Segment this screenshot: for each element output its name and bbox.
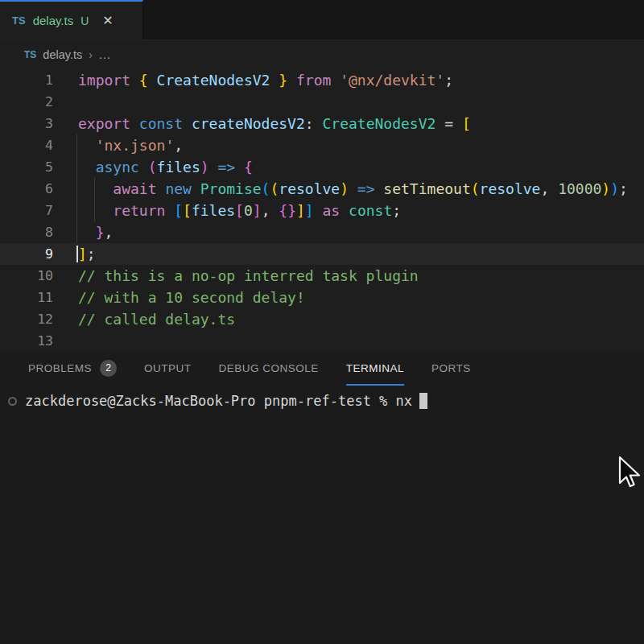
line-number[interactable]: 11 xyxy=(0,287,53,308)
code-token: {} xyxy=(279,202,296,219)
code-line-content: // called delay.ts xyxy=(53,308,235,330)
panel-tab-label: PROBLEMS xyxy=(28,362,92,374)
code-token: , xyxy=(174,137,183,154)
code-token: CreateNodesV2 xyxy=(322,115,436,132)
code-line-content: await new Promise((resolve) => setTimeou… xyxy=(53,178,628,200)
editor-tab-bar: TS delay.ts U ✕ xyxy=(0,0,644,40)
line-number[interactable]: 12 xyxy=(0,308,53,330)
panel-tab-problems[interactable]: PROBLEMS2 xyxy=(28,352,117,386)
code-token: CreateNodesV2 xyxy=(157,72,270,89)
code-token: const xyxy=(349,202,392,219)
code-line-6[interactable]: 6 await new Promise((resolve) => setTime… xyxy=(0,178,644,200)
code-line-content xyxy=(53,91,78,113)
code-token xyxy=(78,202,113,219)
code-line-content: // this is a no-op interred task plugin xyxy=(53,265,419,287)
code-token: return xyxy=(113,202,174,219)
indent-guide xyxy=(76,156,77,178)
panel-tab-ports[interactable]: PORTS xyxy=(431,352,471,386)
code-line-10[interactable]: 10// this is a no-op interred task plugi… xyxy=(0,265,644,287)
tab-delay-ts[interactable]: TS delay.ts U ✕ xyxy=(0,0,143,39)
code-token: ) xyxy=(340,180,349,197)
code-token: , xyxy=(540,180,558,197)
line-number[interactable]: 13 xyxy=(0,330,53,352)
line-number[interactable]: 5 xyxy=(0,156,53,178)
code-token: ] xyxy=(78,246,87,262)
code-token xyxy=(78,224,96,241)
code-line-content: ]; xyxy=(53,243,96,265)
panel-tab-output[interactable]: OUTPUT xyxy=(144,352,192,386)
terminal-prompt: zackderose@Zacks-MacBook-Pro pnpm-ref-te… xyxy=(25,393,412,409)
code-token: ) xyxy=(610,180,619,197)
code-editor[interactable]: 1import { CreateNodesV2 } from '@nx/devk… xyxy=(0,69,644,352)
code-token: ( xyxy=(471,180,480,197)
code-line-4[interactable]: 4 'nx.json', xyxy=(0,134,644,156)
breadcrumb-file-name[interactable]: delay.ts xyxy=(43,48,82,61)
tab-file-name: delay.ts xyxy=(33,14,74,27)
code-line-2[interactable]: 2 xyxy=(0,91,644,113)
breadcrumb[interactable]: TS delay.ts › ... xyxy=(0,40,644,69)
code-line-9[interactable]: 9]; xyxy=(0,243,644,265)
code-token: ( xyxy=(262,180,270,197)
code-token: ] xyxy=(253,202,262,219)
code-line-13[interactable]: 13 xyxy=(0,330,644,352)
code-token: } xyxy=(270,72,287,89)
code-line-3[interactable]: 3export const createNodesV2: CreateNodes… xyxy=(0,113,644,134)
code-token: [ xyxy=(462,115,471,132)
code-token: ] xyxy=(296,202,305,219)
code-line-11[interactable]: 11// with a 10 second delay! xyxy=(0,287,644,308)
line-number[interactable]: 2 xyxy=(0,91,53,113)
panel-tab-debug-console[interactable]: DEBUG CONSOLE xyxy=(219,352,319,386)
line-number[interactable]: 8 xyxy=(0,221,53,243)
bottom-panel: PROBLEMS2OUTPUTDEBUG CONSOLETERMINALPORT… xyxy=(0,352,644,644)
close-tab-icon[interactable]: ✕ xyxy=(102,13,113,28)
code-token: ) xyxy=(200,159,209,175)
typescript-file-icon: TS xyxy=(24,49,36,60)
code-token: resolve xyxy=(480,180,541,197)
breadcrumb-symbol-ellipsis[interactable]: ... xyxy=(99,48,111,61)
terminal[interactable]: zackderose@Zacks-MacBook-Pro pnpm-ref-te… xyxy=(0,393,644,409)
code-token: => xyxy=(349,180,383,197)
code-token: resolve xyxy=(279,180,340,197)
code-token: const xyxy=(139,115,192,132)
line-number[interactable]: 7 xyxy=(0,200,53,221)
code-line-1[interactable]: 1import { CreateNodesV2 } from '@nx/devk… xyxy=(0,69,644,91)
panel-tab-label: OUTPUT xyxy=(144,362,192,374)
code-token: Promise xyxy=(200,180,262,197)
code-token: await xyxy=(113,180,165,197)
line-number[interactable]: 3 xyxy=(0,113,53,134)
typescript-file-icon: TS xyxy=(12,14,26,27)
line-number[interactable]: 6 xyxy=(0,178,53,200)
code-token: 'nx.json' xyxy=(96,137,175,154)
code-token: [ xyxy=(174,202,183,219)
code-token: ) xyxy=(601,180,610,197)
code-token: files xyxy=(192,202,235,219)
code-token: 10000 xyxy=(558,180,601,197)
code-token: : xyxy=(305,115,323,132)
code-line-5[interactable]: 5 async (files) => { xyxy=(0,156,644,178)
panel-tab-terminal[interactable]: TERMINAL xyxy=(346,352,404,386)
line-number[interactable]: 10 xyxy=(0,265,53,287)
code-token: { xyxy=(244,159,253,175)
panel-tab-label: PORTS xyxy=(431,362,471,374)
panel-tab-label: TERMINAL xyxy=(346,362,404,374)
indent-guide xyxy=(76,178,77,200)
panel-tab-label: DEBUG CONSOLE xyxy=(219,362,319,374)
git-status-badge: U xyxy=(80,14,89,27)
code-line-content xyxy=(53,330,78,352)
code-token: , xyxy=(105,224,114,241)
code-line-content: 'nx.json', xyxy=(53,134,183,156)
code-token: ; xyxy=(444,72,453,89)
line-number[interactable]: 1 xyxy=(0,69,53,91)
code-line-7[interactable]: 7 return [[files[0], {}]] as const; xyxy=(0,200,644,221)
code-line-8[interactable]: 8 }, xyxy=(0,221,644,243)
code-token: as xyxy=(314,202,349,219)
code-line-12[interactable]: 12// called delay.ts xyxy=(0,308,644,330)
code-token: ; xyxy=(619,180,628,197)
code-token: ] xyxy=(305,202,314,219)
code-token: setTimeout xyxy=(383,180,470,197)
code-token: , xyxy=(262,202,279,219)
line-number[interactable]: 4 xyxy=(0,134,53,156)
command-decoration-icon xyxy=(8,397,17,406)
indent-guide xyxy=(94,178,95,200)
line-number[interactable]: 9 xyxy=(0,243,53,265)
